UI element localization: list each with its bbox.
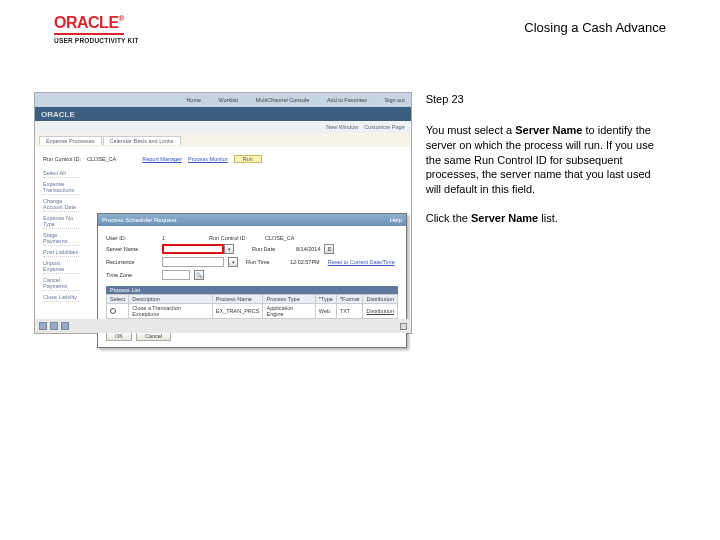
cell-pname: EX_TRAN_PRCS: [212, 304, 263, 319]
calendar-icon[interactable]: 🗓: [324, 244, 334, 254]
link-process-monitor[interactable]: Process Monitor: [188, 156, 228, 162]
instruction-panel: Step 23 You must select a Server Name to…: [426, 92, 666, 334]
upk-subtitle: USER PRODUCTIVITY KIT: [54, 37, 139, 44]
side-row: Close Liability: [43, 293, 79, 302]
link-new-window[interactable]: New Window: [326, 124, 358, 130]
side-row: Change Account Date: [43, 197, 79, 212]
link-customize[interactable]: Customize Page: [364, 124, 404, 130]
app-brand-bar: ORACLE: [35, 107, 411, 121]
row-select-radio[interactable]: [110, 308, 116, 314]
run-control-value: CLOSE_CA: [87, 156, 116, 162]
tab-calendar[interactable]: Calendar Basis and Limits: [103, 136, 181, 145]
side-row: Cancel Payments: [43, 276, 79, 291]
timezone-input[interactable]: [162, 270, 190, 280]
cell-type: Web: [315, 304, 336, 319]
user-id-label: User ID:: [106, 235, 158, 241]
cell-dist[interactable]: Distribution: [363, 304, 398, 319]
side-row: Expense Transactions: [43, 180, 79, 195]
run-control-label: Run Control ID:: [43, 156, 81, 162]
th-select: Select: [107, 295, 129, 304]
run-date-value: 8/14/2014: [296, 246, 320, 252]
side-row: Post Liabilities: [43, 248, 79, 257]
run-button[interactable]: Run: [234, 155, 262, 163]
process-list-table: Select Description Process Name Process …: [106, 294, 398, 319]
oracle-upk-logo: ORACLE® USER PRODUCTIVITY KIT: [54, 14, 139, 44]
side-row: Select All: [43, 169, 79, 178]
run-date-label: Run Date: [252, 246, 292, 252]
side-row: Expense No Type: [43, 214, 79, 229]
server-name-label: Server Name: [106, 246, 158, 252]
cell-ptype: Application Engine: [263, 304, 315, 319]
tab-row: Expense Processes Calendar Basis and Lim…: [35, 133, 411, 147]
th-dist: Distribution: [363, 295, 398, 304]
step-label: Step 23: [426, 92, 666, 107]
process-list-header: Process List: [106, 286, 398, 294]
link-home[interactable]: Home: [186, 97, 201, 103]
server-name-dropdown[interactable]: ▾: [224, 244, 234, 254]
modal-help-link[interactable]: Help: [390, 217, 402, 223]
page-body: Run Control ID: CLOSE_CA Report Manager …: [35, 147, 411, 333]
timezone-label: Time Zone: [106, 272, 158, 278]
timezone-lookup-icon[interactable]: 🔍: [194, 270, 204, 280]
status-icon: [61, 322, 69, 330]
link-report-manager[interactable]: Report Manager: [142, 156, 182, 162]
th-ptype: Process Type: [263, 295, 315, 304]
tab-expense-processes[interactable]: Expense Processes: [39, 136, 102, 145]
side-rows: Select All Expense Transactions Change A…: [43, 169, 79, 302]
status-icon: [39, 322, 47, 330]
instruction-paragraph-2: Click the Server Name list.: [426, 211, 666, 226]
run-time-value: 12:02:57PM: [290, 259, 320, 265]
server-name-input[interactable]: [162, 244, 224, 254]
modal-titlebar: Process Scheduler Request Help: [98, 214, 406, 226]
modal-runctl-label: Run Control ID:: [209, 235, 261, 241]
link-worklist[interactable]: Worklist: [219, 97, 238, 103]
th-pname: Process Name: [212, 295, 263, 304]
link-signout[interactable]: Sign out: [385, 97, 405, 103]
recurrence-dropdown[interactable]: ▾: [228, 257, 238, 267]
th-desc: Description: [129, 295, 212, 304]
logo-underline: [54, 33, 124, 35]
status-bar: [35, 319, 411, 333]
side-row: Stage Payments: [43, 231, 79, 246]
th-format: *Format: [336, 295, 363, 304]
side-row: Unpost Expense: [43, 259, 79, 274]
run-time-label: Run Time: [246, 259, 286, 265]
th-type: *Type: [315, 295, 336, 304]
app-sublinks: New Window Customize Page: [35, 121, 411, 133]
link-fav[interactable]: Add to Favorites: [327, 97, 367, 103]
reset-datetime-link[interactable]: Reset to Current Date/Time: [328, 259, 395, 265]
oracle-wordmark: ORACLE®: [54, 14, 139, 32]
cell-desc: Close a Transaction Exceptions: [129, 304, 212, 319]
modal-title-text: Process Scheduler Request: [102, 217, 176, 223]
recurrence-input[interactable]: [162, 257, 224, 267]
resize-grip-icon: [400, 323, 407, 330]
status-icon: [50, 322, 58, 330]
user-id-value: 1: [162, 235, 165, 241]
link-mcc[interactable]: MultiChannel Console: [256, 97, 310, 103]
table-row: Close a Transaction Exceptions EX_TRAN_P…: [107, 304, 398, 319]
modal-runctl-value: CLOSE_CA: [265, 235, 294, 241]
instruction-paragraph-1: You must select a Server Name to identif…: [426, 123, 666, 197]
recurrence-label: Recurrence: [106, 259, 158, 265]
cell-format: TXT: [336, 304, 363, 319]
doc-title: Closing a Cash Advance: [524, 20, 666, 35]
app-top-links: Home· Worklist· MultiChannel Console· Ad…: [35, 93, 411, 107]
screenshot-frame: Home· Worklist· MultiChannel Console· Ad…: [34, 92, 412, 334]
